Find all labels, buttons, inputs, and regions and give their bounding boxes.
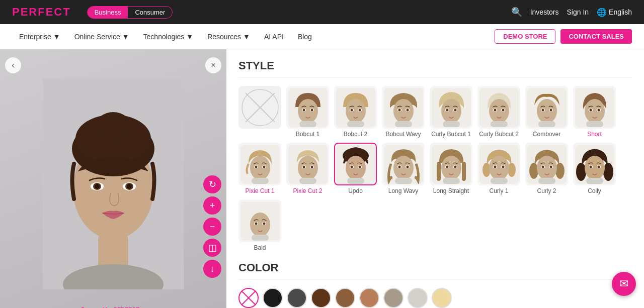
style-label-short: Short xyxy=(587,131,602,138)
svg-point-92 xyxy=(398,165,400,168)
svg-point-69 xyxy=(255,165,257,168)
svg-point-85 xyxy=(350,165,353,168)
svg-point-94 xyxy=(406,165,409,168)
zoom-in-button[interactable]: + xyxy=(203,196,221,215)
svg-rect-44 xyxy=(443,121,460,127)
style-item-combover[interactable]: Combover xyxy=(525,86,568,138)
contact-sales-button[interactable]: CONTACT SALES xyxy=(560,29,632,44)
svg-point-46 xyxy=(489,99,509,123)
nav-resources[interactable]: Resources ▼ xyxy=(200,24,257,49)
svg-rect-98 xyxy=(462,162,466,181)
style-item-bald[interactable]: Bald xyxy=(238,199,281,251)
svg-rect-97 xyxy=(437,162,441,181)
style-img-short xyxy=(573,86,616,129)
style-item-pixie_cut2[interactable]: Pixie Cut 2 xyxy=(286,143,329,194)
svg-point-130 xyxy=(597,165,600,168)
grid-button[interactable]: ◫ xyxy=(203,239,221,257)
style-img-bobcut_wavy xyxy=(382,86,425,129)
style-label-curly1: Curly 1 xyxy=(489,187,508,194)
style-label-bald: Bald xyxy=(254,244,266,251)
svg-rect-95 xyxy=(395,178,412,184)
toggle-business[interactable]: Business xyxy=(88,7,128,18)
photo-prev-button[interactable]: ‹ xyxy=(5,57,21,73)
svg-point-90 xyxy=(393,156,414,180)
style-label-long_straight: Long Straight xyxy=(433,187,469,194)
download-button[interactable]: ↓ xyxy=(203,260,221,278)
style-item-curly_bubcut2[interactable]: Curly Bubcut 2 xyxy=(477,86,520,138)
style-item-curly2[interactable]: Curly 2 xyxy=(525,143,568,194)
photo-next-button[interactable]: × xyxy=(205,57,221,73)
style-label-long_wavy: Long Wavy xyxy=(388,187,419,194)
style-label-bobcut2: Bobcut 2 xyxy=(344,131,367,138)
style-label-pixie_cut2: Pixie Cut 2 xyxy=(293,187,322,194)
svg-point-29 xyxy=(358,109,361,111)
style-item-long_straight[interactable]: Long Straight xyxy=(430,143,472,194)
search-icon[interactable]: 🔍 xyxy=(511,7,522,18)
style-grid: Bobcut 1 Bobcut 2 Bobcut Wavy xyxy=(238,86,632,251)
style-img-bald xyxy=(238,199,281,242)
zoom-out-button[interactable]: − xyxy=(203,218,221,236)
style-img-long_straight xyxy=(430,143,472,185)
style-item-bobcut2[interactable]: Bobcut 2 xyxy=(334,86,377,138)
nav-actions: DEMO STORE CONTACT SALES xyxy=(495,29,632,44)
svg-point-32 xyxy=(393,99,414,123)
svg-point-110 xyxy=(494,165,496,168)
style-item-pixie_cut1[interactable]: Pixie Cut 1 xyxy=(238,143,281,194)
svg-point-87 xyxy=(358,165,361,168)
color-swatch-light_brown[interactable] xyxy=(359,288,379,308)
style-item-coily[interactable]: Coily xyxy=(573,143,616,194)
color-swatch-black[interactable] xyxy=(263,288,283,308)
nav-ai-api-label: AI API xyxy=(264,33,284,41)
style-item-bobcut1[interactable]: Bobcut 1 xyxy=(286,86,329,138)
nav-enterprise[interactable]: Enterprise ▼ xyxy=(12,24,67,49)
color-swatch-blonde[interactable] xyxy=(432,288,452,308)
style-panel: STYLE Bobcut 1 Bobcut 2 xyxy=(226,49,644,308)
globe-icon: 🌐 xyxy=(597,8,607,17)
face-illustration xyxy=(43,78,184,289)
svg-point-133 xyxy=(250,213,270,237)
svg-point-25 xyxy=(346,99,366,123)
color-swatch-none[interactable] xyxy=(238,288,259,308)
svg-point-116 xyxy=(555,163,565,179)
color-swatch-dark_gray[interactable] xyxy=(287,288,307,308)
color-section-title: COLOR xyxy=(238,261,632,280)
svg-point-117 xyxy=(537,156,557,180)
style-label-combover: Combover xyxy=(533,131,560,138)
color-swatch-dark_brown[interactable] xyxy=(311,288,331,308)
style-item-short[interactable]: Short xyxy=(573,86,616,138)
color-swatch-medium_brown[interactable] xyxy=(335,288,355,308)
demo-store-button[interactable]: DEMO STORE xyxy=(495,29,555,44)
chat-button[interactable]: ✉ xyxy=(612,272,636,296)
nav-blog-label: Blog xyxy=(298,33,312,41)
signin-link[interactable]: Sign In xyxy=(567,8,589,16)
nav-online-service[interactable]: Online Service ▼ xyxy=(67,24,136,49)
style-label-curly_bubcut1: Curly Bubcut 1 xyxy=(431,131,471,138)
svg-point-18 xyxy=(298,99,318,123)
toggle-consumer[interactable]: Consumer xyxy=(128,7,172,18)
color-swatch-ash_brown[interactable] xyxy=(383,288,404,308)
style-label-coily: Coily xyxy=(588,187,601,194)
style-item-none[interactable] xyxy=(238,86,281,138)
nav-blog[interactable]: Blog xyxy=(291,24,319,49)
nav-technologies[interactable]: Technologies ▼ xyxy=(136,24,201,49)
language-selector[interactable]: 🌐 English xyxy=(597,8,632,17)
reset-button[interactable]: ↻ xyxy=(203,175,221,193)
svg-rect-113 xyxy=(491,178,508,184)
svg-rect-58 xyxy=(538,121,555,127)
color-swatch-light_ash[interactable] xyxy=(408,288,428,308)
style-img-updo xyxy=(334,143,377,185)
style-item-curly_bubcut1[interactable]: Curly Bubcut 1 xyxy=(430,86,472,138)
style-item-updo[interactable]: Updo xyxy=(334,143,377,194)
svg-rect-65 xyxy=(586,121,603,127)
investors-link[interactable]: Investors xyxy=(530,8,559,16)
svg-point-135 xyxy=(255,222,257,225)
nav-ai-api[interactable]: AI API xyxy=(257,24,291,49)
svg-point-41 xyxy=(446,109,448,111)
style-img-long_wavy xyxy=(382,143,425,185)
nav-online-service-chevron: ▼ xyxy=(122,33,129,41)
style-item-bobcut_wavy[interactable]: Bobcut Wavy xyxy=(382,86,425,138)
nav-resources-label: Resources xyxy=(207,33,241,41)
style-item-long_wavy[interactable]: Long Wavy xyxy=(382,143,425,194)
svg-point-112 xyxy=(502,165,504,168)
style-item-curly1[interactable]: Curly 1 xyxy=(477,143,520,194)
